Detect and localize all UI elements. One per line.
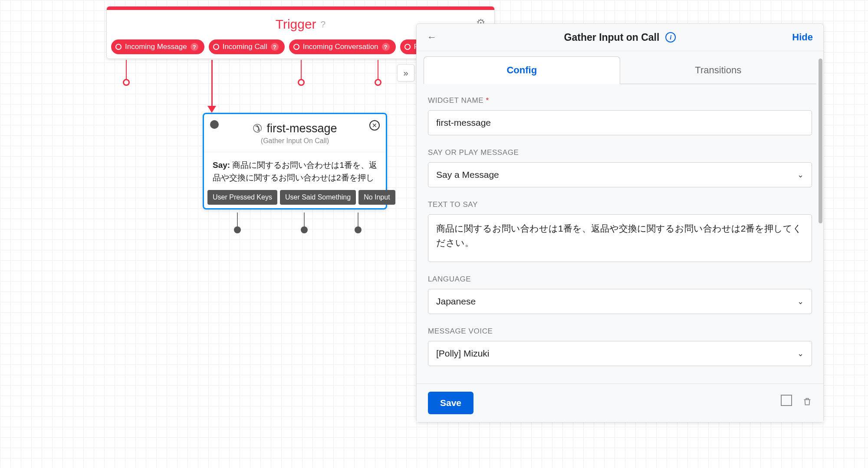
port-icon [213, 44, 219, 50]
output-no-input[interactable]: No Input [358, 190, 395, 205]
pill-label: Incoming Message [125, 43, 187, 51]
connector-dot[interactable] [298, 79, 305, 86]
chevron-down-icon: ⌄ [797, 349, 804, 358]
trigger-output-incoming-conversation[interactable]: Incoming Conversation? [289, 39, 396, 54]
label-language: LANGUAGE [428, 275, 812, 284]
input-port[interactable] [210, 120, 219, 129]
widget-subtitle: (Gather Input On Call) [213, 137, 377, 145]
trash-icon[interactable] [802, 396, 812, 409]
phone-icon: ✆ [253, 122, 262, 135]
label-say-or-play: SAY OR PLAY MESSAGE [428, 148, 812, 157]
select-value: Japanese [436, 296, 476, 307]
label-text-to-say: TEXT TO SAY [428, 200, 812, 209]
close-icon[interactable]: ✕ [369, 120, 380, 131]
connector-dot[interactable] [355, 226, 362, 233]
save-button[interactable]: Save [428, 392, 473, 414]
pill-label: Incoming Call [223, 43, 267, 51]
port-icon [293, 44, 299, 50]
label-voice: MESSAGE VOICE [428, 327, 812, 336]
connector [301, 60, 302, 82]
hide-button[interactable]: Hide [792, 32, 813, 43]
connector [237, 213, 238, 230]
help-icon[interactable]: ? [191, 43, 198, 51]
widget-name-input[interactable] [428, 110, 812, 135]
connection-line [211, 60, 213, 107]
connector-dot[interactable] [234, 226, 241, 233]
select-value: Say a Message [436, 170, 499, 180]
connector-dot[interactable] [123, 79, 130, 86]
scrollbar[interactable] [819, 59, 822, 223]
first-message-widget[interactable]: ✕ ✆first-message (Gather Input On Call) … [203, 113, 387, 209]
copy-icon[interactable] [783, 396, 792, 406]
trigger-accent-bar [107, 7, 494, 10]
connector-dot[interactable] [301, 226, 308, 233]
tab-config[interactable]: Config [424, 56, 620, 84]
trigger-output-incoming-call[interactable]: Incoming Call? [209, 39, 285, 54]
chevron-down-icon: ⌄ [797, 297, 804, 306]
widget-body: Say: 商品に関するお問い合わせは1番を、返品や交換に関するお問い合わせは2番… [204, 152, 386, 190]
chevron-down-icon: ⌄ [797, 170, 804, 180]
select-value: [Polly] Mizuki [436, 348, 490, 359]
connector [126, 60, 127, 82]
say-or-play-select[interactable]: Say a Message ⌄ [428, 162, 812, 187]
collapse-panel-button[interactable]: » [397, 64, 414, 82]
config-panel: ← Gather Input on Call i Hide Config Tra… [416, 23, 824, 422]
trigger-output-incoming-message[interactable]: Incoming Message? [111, 39, 204, 54]
connector-dot[interactable] [375, 79, 381, 86]
label-widget-name: WIDGET NAME * [428, 96, 812, 105]
language-select[interactable]: Japanese ⌄ [428, 289, 812, 314]
say-text: 商品に関するお問い合わせは1番を、返品や交換に関するお問い合わせは2番を押し [213, 160, 377, 182]
help-icon[interactable]: ? [271, 43, 279, 51]
output-user-said-something[interactable]: User Said Something [280, 190, 356, 205]
info-icon[interactable]: i [665, 32, 676, 43]
connector [378, 60, 378, 82]
help-icon[interactable]: ? [382, 43, 390, 51]
output-user-pressed-keys[interactable]: User Pressed Keys [207, 190, 277, 205]
connector [304, 213, 305, 230]
help-icon[interactable]: ? [321, 19, 326, 29]
text-to-say-textarea[interactable]: 商品に関するお問い合わせは1番を、返品や交換に関するお問い合わせは2番を押してく… [428, 214, 812, 262]
widget-name-text: first-message [266, 122, 337, 135]
trigger-title: Trigger [276, 17, 316, 32]
say-prefix: Say: [213, 160, 230, 170]
back-arrow-icon[interactable]: ← [427, 32, 437, 43]
tab-transitions[interactable]: Transitions [620, 56, 817, 84]
voice-select[interactable]: [Polly] Mizuki ⌄ [428, 341, 812, 366]
port-icon [404, 44, 411, 50]
connector [358, 213, 358, 230]
panel-title: Gather Input on Call [564, 32, 660, 43]
pill-label: Incoming Conversation [303, 43, 378, 51]
panel-body: WIDGET NAME * SAY OR PLAY MESSAGE Say a … [417, 84, 823, 383]
arrowhead-icon [207, 106, 216, 113]
port-icon [115, 44, 122, 50]
